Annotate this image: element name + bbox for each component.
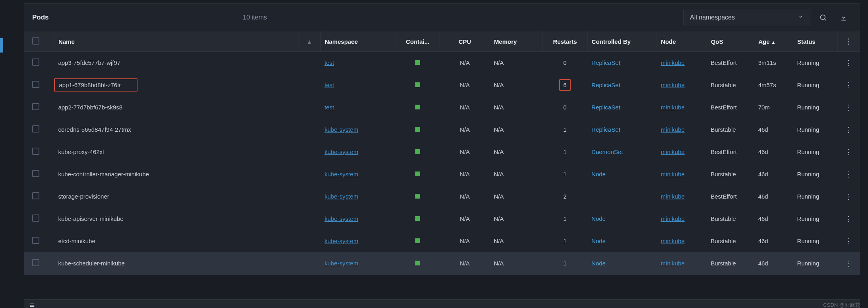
table-row[interactable]: etcd-minikube kube-system N/A N/A 1 Node…: [24, 230, 860, 252]
row-checkbox[interactable]: [32, 192, 39, 199]
controller-link[interactable]: DaemonSet: [591, 148, 623, 155]
col-node[interactable]: Node: [657, 31, 707, 52]
cell-memory: N/A: [490, 252, 542, 275]
col-restarts[interactable]: Restarts: [542, 31, 587, 52]
table-row[interactable]: app2-77d7bbf67b-sk9s8 test N/A N/A 0 Rep…: [24, 96, 860, 119]
panel-header: Pods 10 items All namespaces: [24, 4, 860, 31]
row-menu-button[interactable]: ⋮: [845, 215, 852, 223]
controller-link[interactable]: ReplicaSet: [591, 126, 620, 133]
row-menu-button[interactable]: ⋮: [845, 170, 852, 178]
controller-link[interactable]: ReplicaSet: [591, 82, 620, 88]
cell-name: app3-75fdc577b7-wjf97: [54, 52, 298, 74]
cell-restarts: 6: [542, 74, 587, 96]
node-link[interactable]: minikube: [661, 171, 685, 177]
cell-age: 46d: [754, 252, 793, 275]
col-age[interactable]: Age▲: [754, 31, 793, 52]
page-title: Pods: [32, 14, 243, 21]
namespace-select[interactable]: All namespaces: [683, 9, 810, 26]
controller-link[interactable]: Node: [591, 238, 606, 244]
cell-memory: N/A: [490, 208, 542, 230]
namespace-link[interactable]: kube-system: [324, 126, 358, 133]
controller-link[interactable]: Node: [591, 171, 606, 177]
row-menu-button[interactable]: ⋮: [845, 59, 852, 67]
col-qos[interactable]: QoS: [707, 31, 754, 52]
select-all-checkbox[interactable]: [32, 37, 39, 45]
namespace-link[interactable]: kube-system: [324, 171, 358, 177]
cell-warn: [298, 119, 321, 141]
cell-memory: N/A: [490, 96, 542, 119]
search-button[interactable]: [815, 10, 831, 25]
cell-memory: N/A: [490, 52, 542, 74]
col-cpu[interactable]: CPU: [440, 31, 490, 52]
table-row[interactable]: storage-provisioner kube-system N/A N/A …: [24, 185, 860, 208]
controller-link[interactable]: ReplicaSet: [591, 59, 620, 66]
node-link[interactable]: minikube: [661, 82, 685, 88]
node-link[interactable]: minikube: [661, 59, 685, 66]
row-checkbox[interactable]: [32, 237, 39, 244]
table-row[interactable]: app1-679b8bd8bf-z76tr test N/A N/A 6 Rep…: [24, 74, 860, 96]
namespace-link[interactable]: kube-system: [324, 193, 358, 200]
namespace-link[interactable]: test: [324, 104, 334, 111]
node-link[interactable]: minikube: [661, 104, 685, 111]
row-checkbox[interactable]: [32, 58, 39, 66]
controller-link[interactable]: Node: [591, 260, 606, 267]
col-controlled-by[interactable]: Controlled By: [587, 31, 657, 52]
table-row[interactable]: coredns-565d847f94-27tmx kube-system N/A…: [24, 119, 860, 141]
table-row[interactable]: kube-apiserver-minikube kube-system N/A …: [24, 208, 860, 230]
col-containers[interactable]: Contai...: [395, 31, 440, 52]
container-status-icon: [415, 261, 420, 265]
namespace-link[interactable]: kube-system: [324, 148, 358, 155]
sidebar-active-indicator: [0, 38, 3, 53]
node-link[interactable]: minikube: [661, 215, 685, 222]
container-status-icon: [415, 105, 420, 109]
cell-menu: ⋮: [837, 230, 860, 252]
cell-status: Running: [793, 52, 837, 74]
node-link[interactable]: minikube: [661, 193, 685, 200]
namespace-link[interactable]: kube-system: [324, 215, 358, 222]
bottom-terminal-bar[interactable]: [24, 299, 860, 308]
row-checkbox[interactable]: [32, 81, 39, 88]
col-namespace[interactable]: Namespace: [320, 31, 395, 52]
table-row[interactable]: kube-scheduler-minikube kube-system N/A …: [24, 252, 860, 275]
pods-panel: Pods 10 items All namespaces: [24, 3, 860, 275]
controller-link[interactable]: ReplicaSet: [591, 104, 620, 111]
cell-age: 4m57s: [754, 74, 793, 96]
col-warnings[interactable]: ▲: [298, 31, 321, 52]
node-link[interactable]: minikube: [661, 148, 685, 155]
cell-warn: [298, 252, 321, 275]
namespace-link[interactable]: test: [324, 59, 334, 66]
cell-node: minikube: [657, 119, 707, 141]
row-menu-button[interactable]: ⋮: [845, 259, 852, 267]
namespace-link[interactable]: kube-system: [324, 260, 358, 267]
cell-qos: BestEffort: [707, 185, 754, 208]
table-row[interactable]: kube-controller-manager-minikube kube-sy…: [24, 163, 860, 185]
namespace-link[interactable]: test: [324, 82, 334, 88]
row-menu-button[interactable]: ⋮: [845, 237, 852, 245]
namespace-link[interactable]: kube-system: [324, 238, 358, 244]
row-checkbox[interactable]: [32, 170, 39, 177]
row-checkbox[interactable]: [32, 148, 39, 155]
node-link[interactable]: minikube: [661, 260, 685, 267]
col-status[interactable]: Status: [793, 31, 837, 52]
cell-warn: [298, 74, 321, 96]
row-checkbox[interactable]: [32, 103, 39, 110]
node-link[interactable]: minikube: [661, 238, 685, 244]
download-button[interactable]: [836, 10, 852, 25]
row-checkbox[interactable]: [32, 214, 39, 222]
node-link[interactable]: minikube: [661, 126, 685, 133]
cell-name: storage-provisioner: [54, 185, 298, 208]
row-menu-button[interactable]: ⋮: [845, 148, 852, 156]
table-row[interactable]: app3-75fdc577b7-wjf97 test N/A N/A 0 Rep…: [24, 52, 860, 74]
col-name[interactable]: Name: [54, 31, 298, 52]
cell-memory: N/A: [490, 163, 542, 185]
col-memory[interactable]: Memory: [490, 31, 542, 52]
col-menu[interactable]: ⋮: [837, 31, 860, 52]
row-checkbox[interactable]: [32, 125, 39, 133]
controller-link[interactable]: Node: [591, 215, 606, 222]
row-checkbox[interactable]: [32, 259, 39, 266]
row-menu-button[interactable]: ⋮: [845, 126, 852, 134]
row-menu-button[interactable]: ⋮: [845, 193, 852, 201]
row-menu-button[interactable]: ⋮: [845, 103, 852, 111]
table-row[interactable]: kube-proxy-462xl kube-system N/A N/A 1 D…: [24, 141, 860, 163]
row-menu-button[interactable]: ⋮: [845, 81, 852, 89]
